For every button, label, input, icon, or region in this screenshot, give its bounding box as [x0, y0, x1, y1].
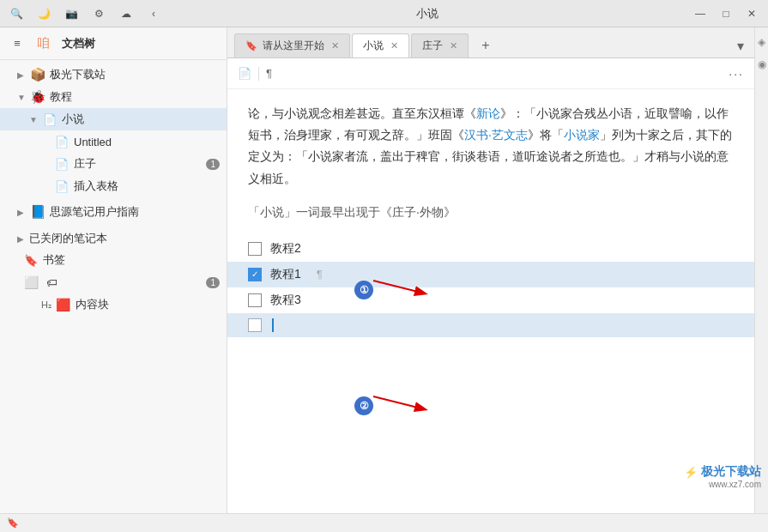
link-zhuangzi[interactable]: 庄子·外物 [392, 205, 444, 219]
sidebar-item-content-block[interactable]: ▶ H₂ 🟥 内容块 [0, 293, 227, 316]
back-icon[interactable]: ‹ [144, 4, 163, 23]
checkbox-jiaocheng1[interactable] [248, 268, 262, 281]
title-bar: 🔍 🌙 📷 ⚙ ☁ ‹ 小说 — □ ✕ [0, 0, 768, 27]
link-hanshu[interactable]: 汉书·艺文志 [464, 128, 528, 142]
tab-label: 庄子 [422, 39, 443, 53]
watermark: ⚡ 极光下载站 www.xz7.com [684, 464, 761, 489]
doc-small-icon[interactable]: 📄 [238, 67, 251, 80]
sidebar-item-xiaoshuo[interactable]: ▼ 📄 小说 [0, 108, 227, 130]
main-layout: ≡ 咱 文档树 ▶ 📦 极光下载站 ▼ 🐞 教程 ▼ 📄 小说 [0, 27, 768, 513]
sidebar: ≡ 咱 文档树 ▶ 📦 极光下载站 ▼ 🐞 教程 ▼ 📄 小说 [0, 27, 227, 513]
bookmark-icon: 🔖 [22, 251, 39, 269]
sidebar-item-tags[interactable]: ▶ ⬜ 🏷 1 [0, 271, 227, 293]
sidebar-item-jiguang[interactable]: ▶ 📦 极光下载站 [0, 63, 227, 86]
tag-icon: 🏷 [43, 274, 60, 291]
checklist-label: 教程3 [270, 293, 301, 308]
sidebar-toolbar: ≡ 咱 文档树 [0, 27, 227, 60]
sidebar-icon2[interactable]: 咱 [33, 33, 53, 54]
link-xiaoshuojia[interactable]: 小说家 [564, 128, 600, 142]
checkbox-jiaocheng3[interactable] [248, 293, 262, 307]
watermark-logo-line1: ⚡ 极光下载站 [684, 464, 761, 480]
status-bar: 🔖 [0, 513, 768, 532]
sidebar-item-bookmark[interactable]: ▶ 🔖 书签 [0, 249, 227, 271]
checkbox-jiaocheng2[interactable] [248, 242, 262, 256]
doc-outline-icon: ⬜ [22, 274, 39, 291]
sidebar-item-label: 思源笔记用户指南 [50, 204, 220, 220]
tab-xiaoshuo[interactable]: 小说 ✕ [352, 33, 409, 57]
sidebar-item-label: 小说 [62, 112, 220, 127]
sidebar-item-insert-table[interactable]: ▶ 📄 插入表格 [0, 175, 227, 197]
content-toolbar: 📄 ¶ ··· [227, 58, 754, 89]
checklist-label: 教程2 [270, 241, 301, 257]
close-button[interactable]: ✕ [742, 4, 761, 23]
checklist-label: 教程1 [270, 267, 301, 282]
editor-paragraph-2: 「小说」一词最早出现于《庄子·外物》 [248, 205, 734, 221]
sidebar-item-label: 教程 [50, 89, 220, 105]
minimize-button[interactable]: — [691, 4, 710, 23]
tab-add-button[interactable]: + [474, 33, 498, 57]
sidebar-item-label: 极光下载站 [50, 67, 220, 82]
panel-icon-2[interactable]: ◉ [758, 58, 766, 70]
title-bar-left: 🔍 🌙 📷 ⚙ ☁ ‹ [7, 4, 163, 23]
expand-arrow: ▶ [17, 234, 29, 244]
title-bar-controls: — □ ✕ [691, 4, 761, 23]
tab-qingcong[interactable]: 🔖 请从这里开始 ✕ [234, 33, 350, 57]
spacer [248, 190, 734, 198]
expand-arrow: ▶ [17, 208, 29, 217]
sidebar-item-zhuangzi[interactable]: ▶ 📄 庄子 1 [0, 153, 227, 175]
tab-label: 小说 [363, 39, 384, 53]
settings-icon[interactable]: ⚙ [89, 4, 108, 23]
pilcrow-indicator: ¶ [317, 268, 323, 281]
sidebar-item-label: 庄子 [74, 156, 206, 172]
doc-icon: 📄 [53, 133, 70, 150]
doc-icon: 📄 [53, 178, 70, 195]
doc-icon: 📄 [53, 155, 70, 172]
expand-arrow: ▼ [17, 93, 29, 102]
cloud-icon[interactable]: ☁ [117, 4, 136, 23]
watermark-url: www.xz7.com [709, 480, 761, 489]
sidebar-menu-icon[interactable]: ≡ [7, 33, 27, 54]
editor-area[interactable]: 论，与小说观念相差甚远。直至东汉桓谭《新论》：「小说家合残丛小语，近取譬喻，以作… [227, 89, 754, 513]
sidebar-item-untitled[interactable]: ▶ 📄 Untitled [0, 130, 227, 153]
sidebar-item-label: 插入表格 [74, 178, 220, 194]
spacer [248, 227, 734, 236]
content-area: 🔖 请从这里开始 ✕ 小说 ✕ 庄子 ✕ + ▾ 📄 ¶ [227, 27, 754, 513]
sidebar-item-jiaocheng[interactable]: ▼ 🐞 教程 [0, 86, 227, 108]
tab-bar: 🔖 请从这里开始 ✕ 小说 ✕ 庄子 ✕ + ▾ [227, 27, 754, 58]
search-icon[interactable]: 🔍 [7, 4, 26, 23]
more-menu-icon[interactable]: ··· [729, 67, 744, 81]
video-icon[interactable]: 📷 [62, 4, 81, 23]
checklist-item-jiaocheng1: 教程1 ¶ [227, 262, 754, 287]
expand-arrow: ▶ [17, 70, 29, 80]
sidebar-item-siyuan[interactable]: ▶ 📘 思源笔记用户指南 [0, 201, 227, 223]
maximize-button[interactable]: □ [717, 4, 735, 23]
book-icon: 📘 [29, 203, 46, 221]
expand-arrow: ▼ [29, 115, 41, 124]
watermark-logo: ⚡ 极光下载站 www.xz7.com [684, 464, 761, 489]
checklist-cursor [272, 318, 274, 332]
bug-icon: 🐞 [29, 88, 46, 106]
checklist-item-jiaocheng2: 教程2 [248, 236, 734, 262]
panel-icon-1[interactable]: ◈ [758, 36, 765, 48]
item-badge: 1 [206, 277, 220, 288]
tab-close-icon[interactable]: ✕ [450, 40, 457, 51]
status-icon: 🔖 [7, 517, 19, 529]
link-xinlun[interactable]: 新论 [476, 106, 500, 120]
sidebar-item-label: Untitled [74, 136, 220, 148]
item-badge: 1 [206, 159, 220, 170]
box-icon: 📦 [29, 66, 46, 83]
tab-chevron-icon[interactable]: ▾ [730, 33, 751, 57]
pilcrow-icon[interactable]: ¶ [266, 67, 272, 80]
tab-icon: 🔖 [245, 40, 257, 51]
moon-icon[interactable]: 🌙 [34, 4, 53, 23]
annotation-area-2 [0, 316, 227, 342]
tab-close-icon[interactable]: ✕ [390, 40, 398, 51]
watermark-text: 极光下载站 [701, 464, 761, 480]
doc-icon: 📄 [41, 111, 58, 128]
tab-close-icon[interactable]: ✕ [331, 40, 339, 51]
sidebar-item-label: 已关闭的笔记本 [29, 231, 220, 246]
tab-zhuangzi[interactable]: 庄子 ✕ [411, 33, 469, 57]
checklist-item-empty [227, 313, 754, 337]
sidebar-item-closed[interactable]: ▶ 已关闭的笔记本 [0, 228, 227, 249]
checkbox-empty[interactable] [248, 318, 262, 332]
